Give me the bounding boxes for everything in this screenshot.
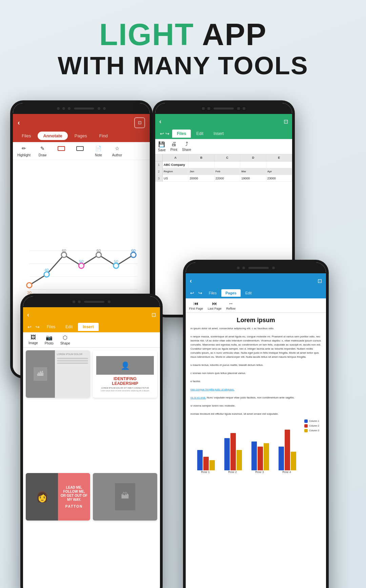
tab-files[interactable]: Files [16,132,36,140]
cell-d2[interactable]: Mar [240,168,266,175]
tab-annotate[interactable]: Annotate [38,132,67,140]
cell-c3[interactable]: 22000 [215,175,240,182]
author-label: Author [112,153,122,157]
back-button[interactable]: ‹ [159,118,161,125]
print-tool[interactable]: 🖨 Print [170,141,178,152]
draw-icon: ✎ [38,145,47,152]
tab-files[interactable]: Files [172,130,191,138]
back-button[interactable]: ‹ [27,311,29,318]
svg-rect-29 [224,438,230,470]
notch-dots [202,107,210,110]
template-card-4[interactable]: 🏔 [93,473,157,521]
row-num: 1 [155,161,163,168]
share-icon: ⤴ [185,141,188,147]
note-tool[interactable]: 📄 Note [91,145,106,157]
tab-find[interactable]: Find [94,132,113,140]
tab-insert[interactable]: Insert [78,323,99,331]
pages-screen: ‹ ⊡ ↩ ↪ Files Pages Edit ⏮ First Page [186,262,326,588]
tab-files[interactable]: Files [42,323,60,331]
svg-text:60: 60 [131,248,136,252]
row-num: 2 [155,168,163,175]
rect-icon [57,145,66,152]
col-c: C [215,154,240,161]
template-image-2: 👤 [96,356,154,375]
cell-e1[interactable] [266,161,292,168]
notch-dots-right [108,300,110,303]
tab-edit[interactable]: Edit [241,289,256,297]
rect-tool[interactable] [54,145,69,157]
tab-pages[interactable]: Pages [221,289,240,297]
svg-text:50: 50 [79,259,84,263]
share-tool[interactable]: ⤴ Share [182,141,191,152]
cell-d1[interactable] [240,161,266,168]
redo-button[interactable]: ↪ [165,131,169,136]
phone4-inner: ‹ ⊡ ↩ ↪ Files Pages Edit ⏮ First Page [186,262,326,588]
template-title-2: IDENTIFINGLEADERSHIP [112,377,138,386]
cell-e3[interactable]: 23000 [266,175,292,182]
undo-button[interactable]: ↩ [188,289,196,297]
doc-icon-button[interactable]: ⊡ [151,312,156,318]
camera-icon: 📷 [46,334,53,341]
cell-e2[interactable]: Apr [266,168,292,175]
template-card-2[interactable]: 👤 IDENTIFINGLEADERSHIP LOREM IPSUM DOLOR… [93,350,157,398]
cell-b1[interactable] [188,161,214,168]
svg-rect-33 [258,447,263,470]
tab-edit[interactable]: Edit [61,323,77,331]
doc-icon-button[interactable]: ⊡ [318,278,322,284]
template-lines [57,357,88,365]
save-tool[interactable]: 💾 Save [158,141,166,152]
cell-a3[interactable]: US [163,175,188,182]
template-card-1[interactable]: 🏙 LOREM IPSUM DOLOR [26,350,90,398]
author-tool[interactable]: ☆ Author [109,145,125,157]
legend-color-1 [304,419,308,423]
image-tool[interactable]: 🖼 Image [28,334,38,345]
para4: c scenas non lorem quis tellus placerat … [190,371,321,375]
tab-insert[interactable]: Insert [209,130,228,138]
draw-tool[interactable]: ✎ Draw [35,145,50,157]
last-page-tool[interactable]: ⏭ Last Page [208,300,222,310]
notch-bar-3 [23,296,160,307]
undo-button[interactable]: ↩ [160,131,164,136]
highlight-tool[interactable]: ✏ Highlight [16,145,32,157]
back-button[interactable]: ‹ [18,119,20,126]
cell-c1[interactable] [215,161,240,168]
shape-icon: ⬡ [63,334,67,341]
back-button[interactable]: ‹ [190,277,192,285]
doc-icon-button[interactable]: ⊡ [284,118,288,125]
notch-dot [68,107,70,110]
svg-point-8 [96,252,101,257]
cell-d3[interactable]: 19000 [240,175,266,182]
undo-button[interactable]: ↩ [26,323,33,331]
redo-button[interactable]: ↪ [197,289,204,297]
photo-tool[interactable]: 📷 Photo [45,334,54,345]
tab-files[interactable]: Files [205,289,221,297]
photo-icon: 🏔 [115,483,135,510]
template-card-3[interactable]: 👩 LEAD ME, FOLLOW ME, OR GET OUT OF MY W… [26,473,90,521]
para1: m ipsum dolor sit amet, consectetur adip… [190,327,321,331]
legend-label-2: Column 2 [309,425,319,427]
col-e: E [266,154,292,161]
cell-b2[interactable]: Jan [188,168,214,175]
redo-button[interactable]: ↪ [34,323,41,331]
tab-edit[interactable]: Edit [191,130,208,138]
svg-rect-35 [279,447,284,470]
svg-text:🏔: 🏔 [121,491,129,500]
shape-tool[interactable]: ⬡ Shape [60,334,70,345]
doc-link2[interactable]: ris id ex erat. [190,396,206,399]
cell-b3[interactable]: 20000 [188,175,214,182]
cell-c2[interactable]: Feb [215,168,240,175]
doc-icon-button[interactable]: ⊡ [134,117,145,128]
notch-dot [242,267,245,269]
reflow-tool[interactable]: ↔ Reflow [226,300,236,310]
doc-link1[interactable]: ean congue fringilla justo ut aliquam. [190,388,235,391]
rect2-tool[interactable] [72,145,87,157]
notch-speaker [74,107,94,110]
notch-bar-4 [186,262,326,273]
cell-a2[interactable]: Region [163,168,188,175]
svg-text:Row 4: Row 4 [282,470,291,474]
cell-a1[interactable]: ABC Company [163,161,188,168]
image-label: Image [28,341,38,345]
first-page-tool[interactable]: ⏮ First Page [189,300,203,310]
tab-pages[interactable]: Pages [69,132,93,140]
svg-rect-37 [291,452,296,470]
